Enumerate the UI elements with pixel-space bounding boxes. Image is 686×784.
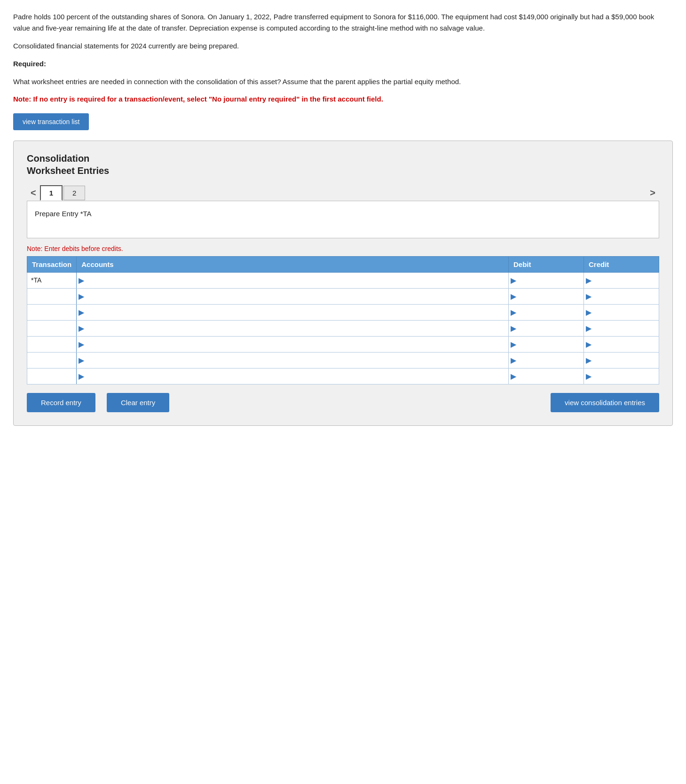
transaction-cell: *TA bbox=[27, 272, 77, 288]
col-header-accounts: Accounts bbox=[77, 256, 509, 272]
debit-cell[interactable]: ▶ bbox=[509, 352, 584, 368]
table-row: *TA▶▶▶ bbox=[27, 272, 659, 288]
tab-2[interactable]: 2 bbox=[63, 186, 85, 200]
dropdown-arrow-icon: ▶ bbox=[77, 356, 86, 365]
account-input[interactable] bbox=[86, 337, 508, 352]
debit-dropdown-arrow-icon: ▶ bbox=[509, 276, 518, 285]
dropdown-arrow-icon: ▶ bbox=[77, 340, 86, 349]
required-label: Required: bbox=[13, 58, 673, 70]
credit-input[interactable] bbox=[593, 337, 659, 352]
debit-input[interactable] bbox=[518, 305, 583, 320]
credit-input[interactable] bbox=[593, 305, 659, 320]
credit-input[interactable] bbox=[593, 353, 659, 368]
paragraph1: Padre holds 100 percent of the outstandi… bbox=[13, 11, 673, 34]
table-row: ▶▶▶ bbox=[27, 352, 659, 368]
problem-text: Padre holds 100 percent of the outstandi… bbox=[13, 11, 673, 105]
tabs-row: < 1 2 > bbox=[27, 185, 659, 201]
debit-cell[interactable]: ▶ bbox=[509, 304, 584, 320]
table-row: ▶▶▶ bbox=[27, 304, 659, 320]
entry-box: Prepare Entry *TA bbox=[27, 201, 659, 238]
transaction-cell bbox=[27, 320, 77, 336]
table-row: ▶▶▶ bbox=[27, 368, 659, 384]
account-input[interactable] bbox=[86, 305, 508, 320]
debit-dropdown-arrow-icon: ▶ bbox=[509, 372, 518, 381]
debit-cell[interactable]: ▶ bbox=[509, 368, 584, 384]
account-input[interactable] bbox=[86, 353, 508, 368]
debit-cell[interactable]: ▶ bbox=[509, 288, 584, 304]
note-debits: Note: Enter debits before credits. bbox=[27, 245, 659, 252]
note-red: Note: If no entry is required for a tran… bbox=[13, 94, 673, 105]
debit-input[interactable] bbox=[518, 353, 583, 368]
dropdown-arrow-icon: ▶ bbox=[77, 292, 86, 301]
credit-cell[interactable]: ▶ bbox=[584, 320, 659, 336]
accounts-cell[interactable]: ▶ bbox=[77, 368, 509, 384]
required-text: What worksheet entries are needed in con… bbox=[13, 76, 673, 87]
credit-input[interactable] bbox=[593, 289, 659, 304]
tab-1[interactable]: 1 bbox=[40, 185, 63, 201]
accounts-cell[interactable]: ▶ bbox=[77, 272, 509, 288]
debit-dropdown-arrow-icon: ▶ bbox=[509, 356, 518, 365]
entry-label: Prepare Entry *TA bbox=[35, 210, 92, 218]
account-input[interactable] bbox=[86, 289, 508, 304]
journal-table: Transaction Accounts Debit Credit *TA▶▶▶… bbox=[27, 256, 659, 384]
credit-cell[interactable]: ▶ bbox=[584, 352, 659, 368]
transaction-cell bbox=[27, 368, 77, 384]
debit-input[interactable] bbox=[518, 368, 583, 384]
col-header-credit: Credit bbox=[584, 256, 659, 272]
table-row: ▶▶▶ bbox=[27, 336, 659, 352]
nav-right-arrow[interactable]: > bbox=[646, 186, 659, 200]
accounts-cell[interactable]: ▶ bbox=[77, 320, 509, 336]
col-header-debit: Debit bbox=[509, 256, 584, 272]
debit-cell[interactable]: ▶ bbox=[509, 336, 584, 352]
dropdown-arrow-icon: ▶ bbox=[77, 308, 86, 317]
credit-cell[interactable]: ▶ bbox=[584, 272, 659, 288]
debit-input[interactable] bbox=[518, 321, 583, 336]
dropdown-arrow-icon: ▶ bbox=[77, 372, 86, 381]
credit-input[interactable] bbox=[593, 273, 659, 288]
credit-cell[interactable]: ▶ bbox=[584, 304, 659, 320]
credit-dropdown-arrow-icon: ▶ bbox=[584, 340, 593, 349]
credit-cell[interactable]: ▶ bbox=[584, 336, 659, 352]
table-row: ▶▶▶ bbox=[27, 320, 659, 336]
dropdown-arrow-icon: ▶ bbox=[77, 276, 86, 285]
transaction-cell bbox=[27, 352, 77, 368]
buttons-row: Record entry Clear entry view consolidat… bbox=[27, 393, 659, 412]
accounts-cell[interactable]: ▶ bbox=[77, 352, 509, 368]
debit-input[interactable] bbox=[518, 337, 583, 352]
debit-input[interactable] bbox=[518, 289, 583, 304]
credit-dropdown-arrow-icon: ▶ bbox=[584, 324, 593, 333]
credit-dropdown-arrow-icon: ▶ bbox=[584, 372, 593, 381]
credit-dropdown-arrow-icon: ▶ bbox=[584, 356, 593, 365]
debit-dropdown-arrow-icon: ▶ bbox=[509, 324, 518, 333]
consolidation-panel: Consolidation Worksheet Entries < 1 2 > … bbox=[13, 141, 673, 426]
credit-input[interactable] bbox=[593, 321, 659, 336]
credit-dropdown-arrow-icon: ▶ bbox=[584, 292, 593, 301]
clear-entry-button[interactable]: Clear entry bbox=[107, 393, 169, 412]
transaction-cell bbox=[27, 288, 77, 304]
nav-left-arrow[interactable]: < bbox=[27, 186, 40, 200]
view-consolidation-button[interactable]: view consolidation entries bbox=[551, 393, 659, 412]
accounts-cell[interactable]: ▶ bbox=[77, 288, 509, 304]
debit-dropdown-arrow-icon: ▶ bbox=[509, 292, 518, 301]
panel-title: Consolidation Worksheet Entries bbox=[27, 152, 659, 177]
table-row: ▶▶▶ bbox=[27, 288, 659, 304]
debit-input[interactable] bbox=[518, 273, 583, 288]
dropdown-arrow-icon: ▶ bbox=[77, 324, 86, 333]
credit-cell[interactable]: ▶ bbox=[584, 288, 659, 304]
transaction-cell bbox=[27, 304, 77, 320]
account-input[interactable] bbox=[86, 368, 508, 384]
account-input[interactable] bbox=[86, 321, 508, 336]
credit-dropdown-arrow-icon: ▶ bbox=[584, 276, 593, 285]
debit-cell[interactable]: ▶ bbox=[509, 320, 584, 336]
account-input[interactable] bbox=[86, 273, 508, 288]
paragraph2: Consolidated financial statements for 20… bbox=[13, 40, 673, 52]
transaction-cell bbox=[27, 336, 77, 352]
debit-dropdown-arrow-icon: ▶ bbox=[509, 308, 518, 317]
credit-input[interactable] bbox=[593, 368, 659, 384]
credit-cell[interactable]: ▶ bbox=[584, 368, 659, 384]
debit-cell[interactable]: ▶ bbox=[509, 272, 584, 288]
record-entry-button[interactable]: Record entry bbox=[27, 393, 95, 412]
accounts-cell[interactable]: ▶ bbox=[77, 304, 509, 320]
accounts-cell[interactable]: ▶ bbox=[77, 336, 509, 352]
view-transaction-list-button[interactable]: view transaction list bbox=[13, 113, 89, 130]
